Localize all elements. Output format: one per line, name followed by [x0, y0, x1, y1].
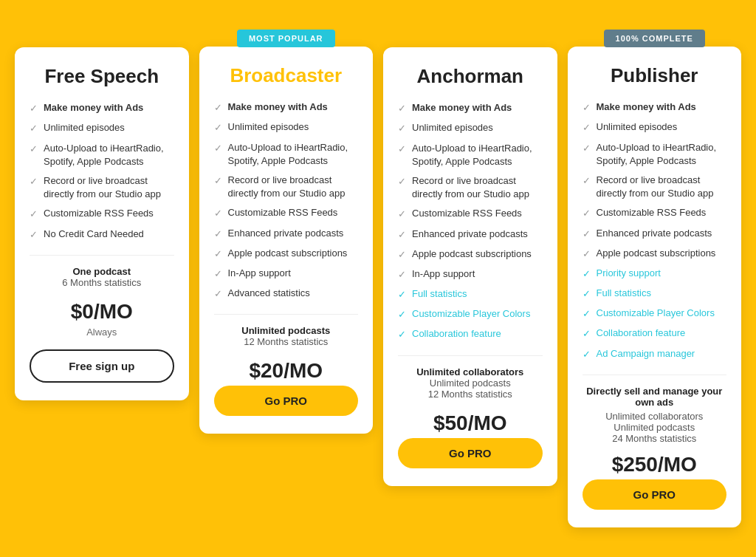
divider-publisher — [583, 375, 727, 375]
plan-cta-button-publisher[interactable]: Go PRO — [583, 479, 727, 510]
plan-title-anchorman: Anchorman — [398, 65, 543, 88]
check-icon: ✓ — [583, 142, 591, 155]
plan-cta-button-broadcaster[interactable]: Go PRO — [214, 386, 359, 416]
feature-item: ✓Record or live broadcast directly from … — [398, 174, 543, 201]
feature-text: Collaboration feature — [597, 327, 727, 340]
check-icon: ✓ — [583, 287, 591, 301]
feature-text: Unlimited episodes — [597, 120, 727, 134]
feature-text: Make money with Ads — [597, 100, 727, 114]
feature-text: Enhanced private podcasts — [597, 227, 727, 240]
feature-item: ✓Make money with Ads — [398, 101, 543, 115]
plan-cta-button-free-speech[interactable]: Free sign up — [30, 349, 174, 383]
check-icon: ✓ — [583, 307, 591, 321]
feature-item: ✓Auto-Upload to iHeartRadio, Spotify, Ap… — [30, 142, 174, 168]
plan-card-anchorman: Anchorman✓Make money with Ads✓Unlimited … — [383, 47, 557, 485]
feature-text: Customizable Player Colors — [597, 307, 727, 320]
check-icon: ✓ — [214, 267, 222, 281]
check-icon: ✓ — [214, 121, 222, 134]
check-icon: ✓ — [398, 102, 406, 115]
stats-sub: 12 Months statistics — [398, 389, 543, 400]
feature-text: Customizable RSS Feeds — [412, 207, 543, 220]
check-icon: ✓ — [30, 143, 38, 156]
plan-badge-broadcaster: MOST POPULAR — [237, 30, 335, 47]
check-icon: ✓ — [398, 228, 406, 242]
plan-price-broadcaster: $20/MO — [214, 359, 359, 383]
feature-item: ✓Customizable RSS Feeds — [30, 207, 174, 221]
check-icon: ✓ — [398, 143, 406, 156]
feature-text: Record or live broadcast directly from o… — [44, 174, 174, 201]
feature-text: Customizable RSS Feeds — [597, 206, 727, 219]
check-icon: ✓ — [30, 102, 38, 115]
check-icon: ✓ — [214, 247, 222, 261]
feature-item: ✓Unlimited episodes — [30, 121, 174, 135]
feature-text: Auto-Upload to iHeartRadio, Spotify, App… — [44, 142, 174, 168]
feature-item: ✓Enhanced private podcasts — [583, 227, 727, 241]
feature-text: Auto-Upload to iHeartRadio, Spotify, App… — [597, 141, 727, 168]
publisher-extra: Directly sell and manage your own adsUnl… — [583, 386, 727, 444]
feature-item: ✓Unlimited episodes — [583, 120, 727, 134]
plan-title-free-speech: Free Speech — [30, 65, 174, 88]
plan-wrapper-broadcaster: MOST POPULARBroadcaster✓Make money with … — [199, 30, 374, 434]
check-icon: ✓ — [30, 175, 38, 188]
feature-item: ✓Customizable RSS Feeds — [214, 206, 359, 220]
feature-text: Record or live broadcast directly from o… — [597, 174, 727, 200]
publisher-extra-main: Directly sell and manage your own ads — [583, 386, 727, 408]
check-icon: ✓ — [30, 228, 38, 242]
feature-text: Full statistics — [412, 287, 543, 301]
check-icon: ✓ — [214, 287, 222, 301]
feature-item: ✓Apple podcast subscriptions — [583, 247, 727, 261]
plan-price-anchorman: $50/MO — [398, 411, 543, 435]
check-icon: ✓ — [398, 268, 406, 281]
feature-item: ✓Auto-Upload to iHeartRadio, Spotify, Ap… — [398, 142, 543, 168]
feature-item: ✓Full statistics — [583, 287, 727, 301]
check-icon: ✓ — [30, 208, 38, 221]
publisher-extra-sub: Unlimited collaborators — [583, 411, 727, 422]
feature-item: ✓Make money with Ads — [30, 101, 174, 115]
feature-item: ✓Enhanced private podcasts — [214, 227, 359, 241]
feature-text: Unlimited episodes — [44, 121, 174, 134]
check-icon: ✓ — [583, 174, 591, 188]
plan-price-publisher: $250/MO — [583, 453, 727, 476]
check-icon: ✓ — [583, 121, 591, 134]
plan-cta-button-anchorman[interactable]: Go PRO — [398, 438, 543, 468]
check-icon: ✓ — [214, 207, 222, 220]
plan-wrapper-anchorman: xAnchorman✓Make money with Ads✓Unlimited… — [383, 30, 557, 485]
plan-stats-broadcaster: Unlimited podcasts12 Months statistics — [214, 325, 359, 347]
check-icon: ✓ — [398, 288, 406, 301]
feature-text: Enhanced private podcasts — [228, 227, 359, 240]
divider-anchorman — [398, 355, 543, 356]
feature-item: ✓Unlimited episodes — [214, 120, 359, 134]
feature-item: ✓Unlimited episodes — [398, 121, 543, 135]
feature-item: ✓Ad Campaign manager — [583, 347, 727, 361]
feature-item: ✓Customizable RSS Feeds — [398, 207, 543, 221]
check-icon: ✓ — [398, 328, 406, 341]
feature-text: No Credit Card Needed — [44, 228, 174, 241]
stats-main: One podcast — [30, 266, 174, 277]
feature-item: ✓Record or live broadcast directly from … — [583, 174, 727, 200]
feature-text: Priority support — [597, 267, 727, 280]
plan-card-broadcaster: Broadcaster✓Make money with Ads✓Unlimite… — [199, 47, 374, 434]
feature-item: ✓Make money with Ads — [214, 100, 359, 115]
check-icon: ✓ — [583, 207, 591, 220]
feature-item: ✓In-App support — [398, 267, 543, 281]
feature-text: Enhanced private podcasts — [412, 228, 543, 241]
feature-text: Customizable Player Colors — [412, 307, 543, 321]
plan-stats-anchorman: Unlimited collaboratorsUnlimited podcast… — [398, 366, 543, 400]
features-list-broadcaster: ✓Make money with Ads✓Unlimited episodes✓… — [214, 100, 359, 301]
plan-badge-publisher: 100% COMPLETE — [604, 30, 705, 47]
feature-item: ✓Record or live broadcast directly from … — [214, 174, 359, 200]
publisher-extra-sub: Unlimited podcasts — [583, 422, 727, 433]
plans-container: xFree Speech✓Make money with Ads✓Unlimit… — [15, 30, 741, 527]
feature-item: ✓Auto-Upload to iHeartRadio, Spotify, Ap… — [214, 141, 359, 168]
feature-text: Auto-Upload to iHeartRadio, Spotify, App… — [412, 142, 543, 168]
feature-text: Apple podcast subscriptions — [228, 247, 359, 260]
feature-text: Collaboration feature — [412, 327, 543, 341]
features-list-free-speech: ✓Make money with Ads✓Unlimited episodes✓… — [30, 101, 174, 242]
feature-text: In-App support — [228, 267, 359, 280]
feature-item: ✓Auto-Upload to iHeartRadio, Spotify, Ap… — [583, 141, 727, 168]
features-list-publisher: ✓Make money with Ads✓Unlimited episodes✓… — [583, 100, 727, 361]
feature-text: Apple podcast subscriptions — [597, 247, 727, 260]
feature-text: Make money with Ads — [412, 101, 543, 115]
plan-stats-free-speech: One podcast6 Months statistics — [30, 266, 174, 288]
feature-text: Advanced statistics — [228, 287, 359, 300]
